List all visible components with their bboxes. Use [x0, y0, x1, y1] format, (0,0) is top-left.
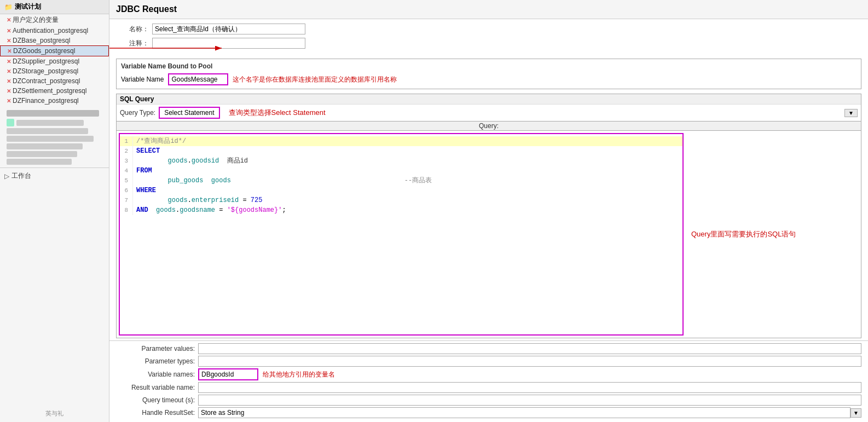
sidebar-item-dzfinance-pg[interactable]: ✕ DZFinance_postgresql	[0, 96, 109, 106]
right-panel: JDBC Request 名称： 注释： Variable Name Bound…	[109, 0, 868, 422]
parameter-types-label: Parameter types:	[116, 357, 198, 365]
blurred-item	[7, 128, 88, 134]
x-icon: ✕	[7, 17, 11, 23]
sidebar-item-dzsettlement-pg[interactable]: ✕ DZSettlement_postgresql	[0, 86, 109, 96]
test-plan-title: 测试计划	[15, 2, 41, 11]
sidebar-item-label: DZGoods_postgresql	[13, 47, 75, 55]
sidebar-item-dzsupplier-pg[interactable]: ✕ DZSupplier_postgresql	[0, 56, 109, 66]
handle-resultset-row: Handle ResultSet: ▼	[116, 407, 861, 418]
test-plan-header: 📁 测试计划	[0, 0, 109, 14]
parameter-values-row: Parameter values:	[116, 343, 861, 354]
x-icon: ✕	[7, 88, 11, 94]
x-icon: ✕	[7, 38, 11, 44]
sidebar-item-label: 用户定义的变量	[13, 15, 59, 25]
query-type-annotation: 查询类型选择Select Statement	[229, 108, 326, 118]
sql-line-3: 3 goods.goodsid 商品id	[120, 156, 682, 166]
query-timeout-label: Query timeout (s):	[116, 396, 198, 404]
name-input[interactable]	[152, 24, 305, 34]
query-type-row: Query Type: Select Statement 查询类型选择Selec…	[117, 105, 861, 121]
query-type-dropdown[interactable]: ▼	[844, 109, 858, 117]
sidebar-item-dzgoods-pg[interactable]: ✕ DZGoods_postgresql	[0, 45, 109, 56]
sql-line-7: 7 goods.enterpriseid = 725	[120, 195, 682, 205]
query-timeout-input[interactable]	[198, 395, 861, 406]
sidebar-item-label: Authentication_postgresql	[13, 27, 88, 34]
sidebar-item-label: DZBase_postgresql	[13, 37, 70, 44]
query-editor-inner: 1 /*查询商品id*/ 2 SELECT 3 goods.goodsid 商品…	[117, 131, 861, 338]
sql-editor[interactable]: 1 /*查询商品id*/ 2 SELECT 3 goods.goodsid 商品…	[119, 133, 684, 336]
variable-names-row: Variable names: 给其他地方引用的变量名	[116, 368, 861, 380]
sidebar-item-label: DZContract_postgresql	[13, 77, 80, 85]
workbench-label: 工作台	[11, 171, 31, 181]
blurred-item	[16, 120, 84, 126]
sql-code-block: 1 /*查询商品id*/ 2 SELECT 3 goods.goodsid 商品…	[120, 134, 682, 217]
x-icon: ✕	[7, 78, 11, 84]
x-icon: ✕	[7, 48, 11, 54]
handle-resultset-input[interactable]	[198, 407, 850, 418]
result-variable-row: Result variable name:	[116, 382, 861, 393]
folder-icon: 📁	[4, 3, 13, 11]
var-name-input[interactable]	[168, 73, 228, 85]
sql-line-8: 8 AND goods.goodsname = '${goodsName}';	[120, 205, 682, 215]
handle-resultset-dropdown[interactable]: ▼	[850, 408, 861, 418]
x-icon: ✕	[7, 98, 11, 104]
name-row: 名称：	[116, 24, 861, 34]
handle-resultset-label: Handle ResultSet:	[116, 409, 198, 417]
query-annotation-col: Query里面写需要执行的SQL语句	[686, 131, 861, 338]
sidebar-item-label: DZFinance_postgresql	[13, 97, 79, 105]
x-icon: ✕	[7, 68, 11, 74]
var-name-label: Variable Name	[121, 76, 164, 83]
variable-row: Variable Name 这个名字是你在数据库连接池里面定义的数据库引用名称	[121, 73, 857, 85]
sidebar-item-auth-pg[interactable]: ✕ Authentication_postgresql	[0, 26, 109, 36]
query-timeout-row: Query timeout (s):	[116, 395, 861, 406]
sql-section-title: SQL Query	[117, 94, 861, 105]
sidebar-item-dzbase-pg[interactable]: ✕ DZBase_postgresql	[0, 36, 109, 45]
divider	[0, 167, 109, 168]
parameter-types-row: Parameter types:	[116, 356, 861, 367]
params-area: Parameter values: Parameter types: Varia…	[109, 340, 868, 422]
result-variable-label: Result variable name:	[116, 384, 198, 391]
sql-line-1: 1 /*查询商品id*/	[120, 136, 682, 146]
query-type-value: Select Statement	[159, 107, 219, 119]
blurred-item	[7, 143, 83, 149]
sidebar-item-dzstorage-pg[interactable]: ✕ DZStorage_postgresql	[0, 66, 109, 76]
sql-query-section: SQL Query Query Type: Select Statement 查…	[116, 94, 861, 338]
sidebar-item-workbench[interactable]: ▷ 工作台	[0, 169, 109, 183]
blurred-item	[7, 151, 77, 157]
form-area: 名称： 注释：	[109, 19, 868, 56]
sql-line-2: 2 SELECT	[120, 146, 682, 156]
result-variable-input[interactable]	[198, 382, 861, 393]
sql-line-4: 4 FROM	[120, 166, 682, 176]
blurred-item	[7, 136, 94, 142]
x-icon: ✕	[7, 28, 11, 34]
sql-line-5: 5 pub_goods goods --商品表	[120, 176, 682, 186]
sidebar-item-dzcontract-pg[interactable]: ✕ DZContract_postgresql	[0, 76, 109, 86]
sidebar-item-user-vars[interactable]: ✕ 用户定义的变量	[0, 14, 109, 26]
var-bound-section: Variable Name Bound to Pool Variable Nam…	[116, 59, 861, 89]
sidebar-item-label: DZSettlement_postgresql	[13, 87, 86, 95]
parameter-values-label: Parameter values:	[116, 345, 198, 352]
var-bound-title: Variable Name Bound to Pool	[121, 62, 857, 70]
workbench-icon: ▷	[4, 172, 9, 180]
variable-names-input[interactable]	[198, 368, 258, 380]
panel-title: JDBC Request	[109, 0, 868, 19]
watermark: 英与礼	[0, 405, 109, 422]
variable-names-annotation: 给其他地方引用的变量名	[263, 370, 335, 379]
variable-names-label: Variable names:	[116, 371, 198, 378]
query-editor-wrapper: Query: 1 /*查询商品id*/ 2 SELECT	[117, 121, 861, 338]
comment-input[interactable]	[152, 38, 305, 49]
blurred-item	[7, 159, 72, 165]
sql-line-6: 6 WHERE	[120, 186, 682, 195]
x-icon: ✕	[7, 59, 11, 65]
query-label-bar: Query:	[117, 121, 861, 131]
name-label: 名称：	[116, 25, 149, 34]
var-name-annotation: 这个名字是你在数据库连接池里面定义的数据库引用名称	[233, 75, 397, 84]
sidebar-item-label: DZStorage_postgresql	[13, 67, 78, 75]
blurred-item	[7, 110, 99, 117]
left-panel: 📁 测试计划 ✕ 用户定义的变量 ✕ Authentication_postgr…	[0, 0, 109, 422]
query-annotation-text: Query里面写需要执行的SQL语句	[691, 229, 855, 239]
parameter-types-input[interactable]	[198, 356, 861, 367]
comment-label: 注释：	[116, 39, 149, 48]
query-type-label: Query Type:	[120, 109, 155, 117]
comment-row: 注释：	[116, 38, 861, 49]
parameter-values-input[interactable]	[198, 343, 861, 354]
